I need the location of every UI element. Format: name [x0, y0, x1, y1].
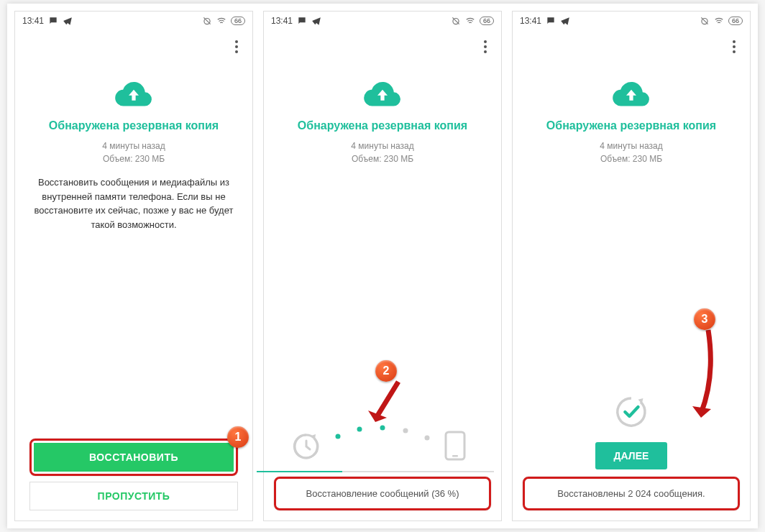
status-time: 13:41 [520, 16, 541, 26]
annotation-arrow-3 [669, 326, 727, 426]
alarm-off-icon [700, 16, 710, 26]
telegram-icon [311, 16, 321, 26]
more-menu-icon[interactable] [725, 38, 743, 55]
chat-icon [297, 16, 307, 26]
skip-button[interactable]: ПРОПУСТИТЬ [29, 482, 238, 510]
battery-value: 66 [732, 17, 739, 24]
wifi-icon [216, 16, 226, 26]
restore-status-text: Восстановление сообщений (36 %) [278, 481, 487, 506]
cloud-upload-icon [114, 79, 154, 108]
phone-screen-1: 13:41 66 [14, 11, 253, 521]
callout-badge-3: 3 [694, 308, 715, 330]
app-bar [15, 30, 252, 63]
svg-point-3 [336, 434, 341, 439]
backup-found-title: Обнаружена резервная копия [49, 119, 219, 132]
progress-bar-fill [257, 471, 342, 472]
restore-complete-text: Восстановлены 2 024 сообщения. [527, 481, 736, 506]
status-bar: 13:41 66 [264, 12, 501, 30]
status-time: 13:41 [22, 16, 44, 26]
status-bar: 13:41 66 [513, 12, 750, 30]
svg-rect-9 [452, 455, 458, 457]
svg-point-7 [425, 436, 430, 441]
app-bar [513, 30, 750, 63]
svg-point-4 [357, 427, 362, 432]
cloud-upload-icon [362, 79, 403, 108]
alarm-off-icon [202, 16, 212, 26]
phone-screen-3: 13:41 66 [512, 11, 751, 521]
status-bar: 13:41 66 [15, 12, 252, 30]
backup-size: Объем: 230 МБ [352, 152, 413, 165]
battery-value: 66 [483, 17, 490, 24]
callout-badge-2: 2 [375, 360, 397, 382]
app-bar [264, 30, 501, 63]
annotation-arrow-2 [362, 379, 413, 431]
battery-value: 66 [234, 17, 242, 24]
backup-time: 4 минуты назад [351, 139, 413, 152]
restore-description: Восстановить сообщения и медиафайлы из в… [29, 175, 238, 231]
wifi-icon [714, 16, 724, 26]
chat-icon [546, 16, 556, 26]
backup-size: Объем: 230 МБ [103, 152, 165, 165]
more-menu-icon[interactable] [477, 38, 494, 55]
annotation-highlight-1: ВОССТАНОВИТЬ 1 [29, 439, 238, 476]
annotation-highlight-2: Восстановление сообщений (36 %) [274, 477, 491, 510]
telegram-icon [63, 16, 73, 26]
chat-icon [48, 16, 58, 26]
screenshots-row: 13:41 66 [7, 4, 758, 528]
battery-indicator: 66 [480, 17, 494, 25]
cloud-upload-icon [611, 79, 651, 108]
backup-time: 4 минуты назад [600, 139, 662, 152]
progress-bar [257, 471, 494, 472]
next-button[interactable]: ДАЛЕЕ [595, 442, 668, 469]
battery-indicator: 66 [728, 17, 743, 25]
backup-size: Объем: 230 МБ [600, 152, 662, 165]
annotation-highlight-3: Восстановлены 2 024 сообщения. [523, 477, 740, 510]
backup-found-title: Обнаружена резервная копия [546, 119, 716, 132]
callout-badge-1: 1 [227, 426, 249, 448]
phone-screen-2: 13:41 66 [263, 11, 502, 521]
backup-found-title: Обнаружена резервная копия [298, 119, 467, 132]
battery-indicator: 66 [231, 17, 245, 25]
restore-button[interactable]: ВОССТАНОВИТЬ [34, 443, 234, 472]
alarm-off-icon [451, 16, 461, 26]
wifi-icon [465, 16, 475, 26]
telegram-icon [560, 16, 570, 26]
more-menu-icon[interactable] [228, 38, 245, 55]
backup-time: 4 минуты назад [102, 139, 165, 152]
status-time: 13:41 [271, 16, 293, 26]
